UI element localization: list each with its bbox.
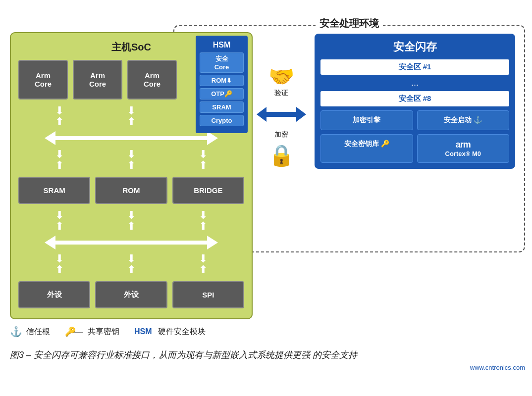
memory-row: SRAM ROM BRIDGE (18, 177, 244, 204)
arm-core-3: ArmCore (127, 60, 177, 99)
hsm-box: HSM 安全Core ROM⬇ OTP🔑 SRAM Crypto (196, 36, 248, 133)
anchor-icon: ⚓ (10, 326, 22, 338)
vert-arrow-10: ⬇ ⬆ (55, 253, 64, 275)
hsm-otp: OTP🔑 (200, 88, 244, 99)
verify-label: 验证 (274, 89, 288, 98)
lock-icon: 🔒 (268, 143, 294, 167)
vert-arrow-7: ⬇ ⬆ (55, 210, 64, 232)
h-arrow-svg-1 (45, 131, 218, 145)
secure-flash-box: 安全闪存 安全区 #1 ... 安全区 #8 加密引擎 安全启动 ⚓ 安全密钥库… (315, 34, 515, 169)
legend-area: ⚓ 信任根 🔑— 共享密钥 HSM 硬件安全模块 (10, 321, 525, 343)
vert-arrow-5: ⬇ ⬆ (127, 149, 136, 171)
secure-env-label: 安全处理环境 (316, 17, 383, 30)
legend-hsm-item: HSM 硬件安全模块 (134, 327, 206, 337)
double-arrow-svg (257, 104, 306, 124)
hsm-legend-label: HSM (134, 327, 152, 336)
key-label: 共享密钥 (88, 327, 119, 337)
middle-section: 🤝 验证 加密 🔒 (252, 64, 311, 167)
encrypt-label: 加密 (274, 130, 288, 139)
arm-core-1: ArmCore (18, 60, 68, 99)
hsm-sram: SRAM (200, 101, 244, 113)
caption-text: 图3 – 安全闪存可兼容行业标准接口，从而为现有与新型嵌入式系统提供更强 的安全… (10, 350, 357, 360)
secure-boot: 安全启动 ⚓ (417, 110, 510, 130)
sram-box: SRAM (18, 177, 90, 204)
vert-arrows-row-2: ⬇ ⬆ ⬇ ⬆ ⬇ ⬆ (18, 147, 244, 173)
hsm-secure-core: 安全Core (200, 52, 244, 73)
crypto-engine: 加密引擎 (320, 110, 413, 130)
hsm-crypto: Crypto (200, 115, 244, 126)
legend-anchor-item: ⚓ 信任根 (10, 326, 50, 338)
svg-marker-1 (45, 236, 218, 249)
vert-arrow-2: ⬇ ⬆ (127, 105, 136, 127)
handshake-icon: 🤝 (268, 64, 294, 89)
periph-row: 外设 外设 SPI (18, 281, 244, 308)
periph-2: 外设 (95, 281, 167, 308)
hsm-rom: ROM⬇ (200, 75, 244, 86)
secure-flash-title: 安全闪存 (320, 40, 509, 54)
periph-1: 外设 (18, 281, 90, 308)
h-arrow-2 (18, 234, 244, 251)
vert-arrow-8: ⬇ ⬆ (127, 210, 136, 232)
zone-1-bar: 安全区 #1 (320, 59, 509, 75)
svg-marker-0 (45, 131, 218, 145)
svg-marker-2 (257, 107, 306, 122)
hsm-title: HSM (200, 41, 244, 50)
vert-arrows-row-4: ⬇ ⬆ ⬇ ⬆ ⬇ ⬆ (18, 251, 244, 277)
website-url: www.cntronics.com (10, 364, 525, 371)
hsm-legend-desc: 硬件安全模块 (158, 327, 206, 337)
vert-arrow-1: ⬇ ⬆ (55, 105, 64, 127)
vert-arrow-12: ⬇ ⬆ (199, 253, 208, 275)
vert-arrow-11: ⬇ ⬆ (127, 253, 136, 275)
secure-keystore: 安全密钥库 🔑 (320, 134, 413, 163)
rom-box: ROM (95, 177, 167, 204)
dots-row: ... (320, 78, 509, 88)
bridge-box: BRIDGE (172, 177, 244, 204)
arm-cortex-m0: arm Cortex® M0 (417, 134, 510, 163)
caption: 图3 – 安全闪存可兼容行业标准接口，从而为现有与新型嵌入式系统提供更强 的安全… (10, 348, 525, 362)
h-arrow-svg-2 (45, 236, 218, 249)
vert-arrow-4: ⬇ ⬆ (55, 149, 64, 171)
arm-core-2: ArmCore (73, 60, 122, 99)
legend-key-item: 🔑— 共享密钥 (65, 326, 119, 337)
main-container: 安全处理环境 主机SoC ArmCore ArmCore ArmCore ⬇ ⬆… (10, 10, 525, 371)
diagram-wrapper: 安全处理环境 主机SoC ArmCore ArmCore ArmCore ⬇ ⬆… (10, 10, 525, 317)
vert-arrow-9: ⬇ ⬆ (199, 210, 208, 232)
anchor-label: 信任根 (26, 327, 50, 337)
vert-arrow-6: ⬇ ⬆ (199, 149, 208, 171)
vert-arrows-row-3: ⬇ ⬆ ⬇ ⬆ ⬇ ⬆ (18, 208, 244, 234)
key-icon: 🔑— (65, 326, 82, 337)
secure-grid: 加密引擎 安全启动 ⚓ 安全密钥库 🔑 arm Cortex® M0 (320, 110, 509, 163)
zone-8-bar: 安全区 #8 (320, 91, 509, 106)
spi-box: SPI (172, 281, 244, 308)
